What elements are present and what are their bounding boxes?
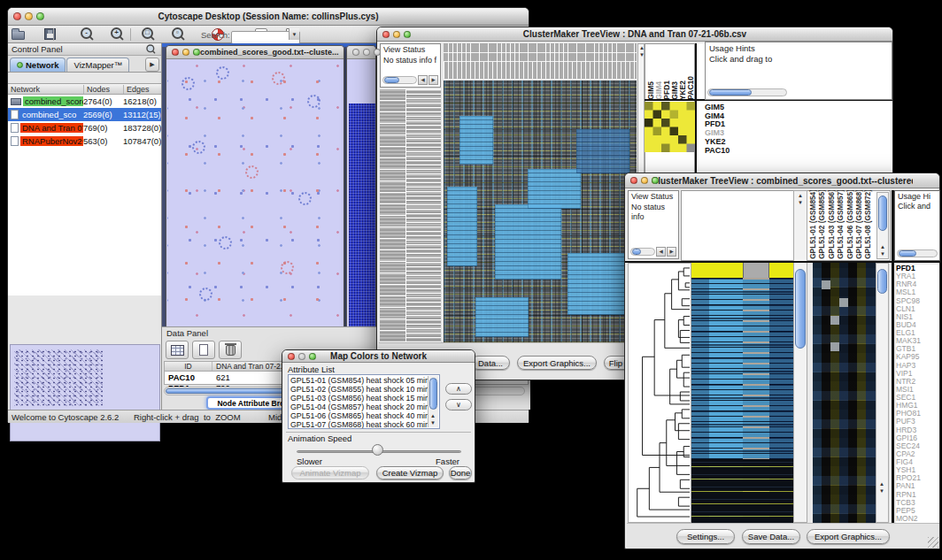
resize-grip[interactable] <box>928 537 938 548</box>
panel-float-icon[interactable] <box>146 44 156 54</box>
tv1-heatmap[interactable] <box>444 81 637 342</box>
col-edges[interactable]: Edges <box>123 85 161 94</box>
scrollbar-thumb[interactable] <box>877 269 887 294</box>
dialog-titlebar[interactable]: Map Colors to Network <box>282 350 475 363</box>
scrollbar-thumb[interactable] <box>429 378 437 410</box>
minimize-button[interactable] <box>25 12 33 20</box>
array-label[interactable]: GPL51-03 (GSM856) <box>827 190 836 259</box>
array-label[interactable]: GPL51-01 (GSM854) <box>808 190 817 259</box>
done-button[interactable]: Done <box>449 466 472 479</box>
scrollbar-thumb[interactable] <box>899 250 916 257</box>
network-view-titlebar[interactable]: combined_scores_good.txt--cluste... <box>166 46 344 59</box>
tv2-titlebar[interactable]: ClusterMaker TreeView : combined_scores_… <box>625 173 939 188</box>
close-button[interactable] <box>13 12 21 20</box>
zoom-button[interactable] <box>36 12 44 20</box>
zoom-in-button[interactable]: + <box>111 27 124 42</box>
tv1-titlebar[interactable]: ClusterMaker TreeView : DNA and Tran 07-… <box>377 27 892 42</box>
slider-thumb[interactable] <box>372 444 383 456</box>
save-data-button[interactable]: Save Data... <box>742 529 800 544</box>
tv2-heatmap-scrollbar[interactable]: ▲ ▼ <box>793 190 807 523</box>
network-row[interactable]: DNA and Tran 07 769(0) 183728(0) <box>8 121 161 134</box>
scroll-down-icon[interactable]: ▼ <box>430 420 436 426</box>
scroll-up-icon[interactable]: ▲ <box>798 193 803 199</box>
scroll-left-button[interactable]: ◀ <box>418 75 428 85</box>
tv1-similarity-matrix[interactable] <box>645 102 695 152</box>
tab-vizmapper[interactable]: VizMapper™ <box>66 58 129 72</box>
open-file-button[interactable] <box>12 27 25 42</box>
export-graphics-button[interactable]: Export Graphics... <box>807 529 890 544</box>
gene-label[interactable]: MON2 <box>896 515 939 523</box>
save-data-button[interactable]: Data... <box>471 356 510 370</box>
create-vizmap-button[interactable]: Create Vizmap <box>376 466 444 479</box>
tv2-gene-dendrogram[interactable] <box>628 263 691 523</box>
network-canvas[interactable] <box>167 59 343 328</box>
create-attribute-button[interactable] <box>192 341 215 359</box>
zoom-button[interactable] <box>374 49 381 56</box>
minimize-button[interactable] <box>363 49 370 56</box>
array-label[interactable]: GPL51-06 (GSM865) <box>845 190 854 259</box>
birdseye-view[interactable] <box>10 344 160 441</box>
zoom-button[interactable] <box>404 31 411 38</box>
attribute-list[interactable]: GPL51-01 (GSM854) heat shock 05 minGPL51… <box>288 374 440 429</box>
scrollbar-thumb[interactable] <box>709 89 752 96</box>
tv1-row-dendrogram[interactable] <box>380 89 441 342</box>
close-button[interactable] <box>382 31 390 38</box>
array-label[interactable]: PAC10 <box>687 76 694 100</box>
save-button[interactable] <box>44 27 56 42</box>
scroll-right-button[interactable]: ▶ <box>667 247 676 257</box>
array-label[interactable]: GPL51-07 (GSM868) <box>854 190 863 259</box>
attribute-item[interactable]: GPL51-07 (GSM868) heat shock 60 min <box>290 420 427 429</box>
attribute-item[interactable]: GPL51-04 (GSM857) heat shock 20 min <box>290 403 427 411</box>
scroll-up-icon[interactable]: ▲ <box>879 481 884 487</box>
network-row[interactable]: combined_sco 2569(6) 13112(15) <box>8 108 161 121</box>
network-row[interactable]: combined_scores 2764(0) 16218(0) <box>8 95 161 108</box>
tv2-usage-scrollbar[interactable] <box>897 249 938 258</box>
attribute-list-scrollbar[interactable]: ▲ ▼ <box>428 376 438 427</box>
zoom-button[interactable] <box>652 177 659 184</box>
minimize-button[interactable] <box>298 353 305 360</box>
array-label[interactable]: GPL51-04 (GSM857) <box>836 190 845 259</box>
tv1-column-dendrogram[interactable] <box>444 43 637 79</box>
tab-network[interactable]: Network <box>10 58 66 72</box>
scrollbar-thumb[interactable] <box>384 77 399 83</box>
col-network[interactable]: Network <box>8 85 83 94</box>
move-up-button[interactable]: ∧ <box>445 383 472 395</box>
scroll-down-icon[interactable]: ▼ <box>879 488 884 495</box>
id-column-header[interactable]: ID <box>165 362 212 371</box>
col-nodes[interactable]: Nodes <box>83 85 123 94</box>
network-canvas-2[interactable] <box>348 59 374 328</box>
attribute-item[interactable]: GPL51-02 (GSM855) heat shock 10 min <box>290 385 427 394</box>
attribute-item[interactable]: GPL51-03 (GSM856) heat shock 15 min <box>290 394 427 403</box>
settings-button[interactable]: Settings... <box>676 529 735 544</box>
array-label[interactable]: GPL51-02 (GSM855) <box>817 190 826 259</box>
minimize-button[interactable] <box>182 49 189 56</box>
array-label[interactable]: GPL51-08 (GSM872) <box>863 190 872 259</box>
zoom-button[interactable] <box>309 353 316 360</box>
scroll-up-icon[interactable]: ▲ <box>880 244 885 250</box>
scroll-right-button[interactable]: ▶ <box>429 75 438 85</box>
tv2-status-scrollbar[interactable]: ◀ ▶ <box>630 247 676 257</box>
close-button[interactable] <box>352 49 359 56</box>
close-button[interactable] <box>630 177 637 184</box>
network-view-2-titlebar[interactable] <box>347 46 375 59</box>
tv1-status-scrollbar[interactable]: ◀ ▶ <box>382 75 438 85</box>
minimize-button[interactable] <box>393 31 400 38</box>
scroll-up-icon[interactable]: ▲ <box>430 413 436 419</box>
zoom-fit-button[interactable]: □ <box>142 27 155 42</box>
tv1-usage-scrollbar[interactable] <box>707 88 787 97</box>
tv2-label-scrollbar[interactable]: ▲ ▼ <box>876 192 889 259</box>
tab-overflow-button[interactable]: ▶ <box>145 58 159 72</box>
zoom-out-button[interactable]: - <box>81 27 94 42</box>
zoom-button[interactable] <box>193 49 200 56</box>
scrollbar-thumb[interactable] <box>795 269 806 349</box>
tv2-heatmap[interactable] <box>691 278 793 523</box>
minimize-button[interactable] <box>641 177 648 184</box>
gene-label[interactable]: PAC10 <box>705 147 745 156</box>
scrollbar-thumb[interactable] <box>632 249 641 255</box>
select-attributes-button[interactable] <box>166 341 189 359</box>
close-button[interactable] <box>288 353 295 360</box>
scroll-down-icon[interactable]: ▼ <box>798 200 803 206</box>
attribute-item[interactable]: GPL51-01 (GSM854) heat shock 05 min <box>290 376 427 385</box>
scrollbar-thumb[interactable] <box>878 196 887 231</box>
zoom-selected-button[interactable]: ▫ <box>172 27 185 42</box>
